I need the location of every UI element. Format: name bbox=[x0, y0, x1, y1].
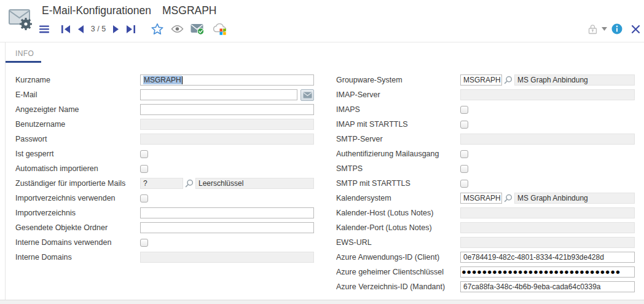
kalender-port-lotus-notes-label: Kalender-Port (Lotus Notes) bbox=[336, 223, 460, 232]
azure-anwendungs-id-client-label: Azure Anwendungs-ID (Client) bbox=[336, 253, 460, 262]
interne-domains-label: Interne Domains bbox=[15, 253, 140, 262]
kalender-host-lotus-notes-field-area bbox=[460, 207, 635, 219]
form-row-smtp-server: SMTP-Server bbox=[336, 132, 635, 146]
send-email-button[interactable] bbox=[300, 89, 314, 101]
imap-mit-starttls-label: IMAP mit STARTTLS bbox=[336, 120, 460, 129]
interne-domains-verwenden-checkbox[interactable] bbox=[140, 239, 148, 247]
smtp-server-input bbox=[460, 134, 635, 145]
smtp-mit-starttls-checkbox[interactable] bbox=[460, 180, 468, 188]
form-row-azure-verzeichnis-id-mandant: Azure Verzeichnis-ID (Mandant)67ca88fa-3… bbox=[336, 279, 635, 294]
benutzername-input bbox=[140, 119, 314, 130]
mail-check-icon[interactable] bbox=[190, 23, 205, 35]
nav-next-icon[interactable] bbox=[113, 25, 119, 33]
form-row-kalender-host-lotus-notes: Kalender-Host (Lotus Notes) bbox=[336, 206, 635, 220]
email-configuration-window: E-Mail-KonfigurationenMSGRAPH 3 / 5 bbox=[0, 0, 644, 304]
info-icon[interactable] bbox=[611, 23, 622, 34]
record-name: MSGRAPH bbox=[162, 4, 216, 17]
ist-gesperrt-checkbox[interactable] bbox=[140, 150, 148, 158]
form-row-interne-domains: Interne Domains bbox=[15, 250, 314, 265]
ews-url-field-area bbox=[460, 236, 635, 249]
kalendersystem-code-input[interactable]: MSGRAPH bbox=[460, 193, 502, 204]
tab-info[interactable]: INFO bbox=[6, 49, 41, 63]
imap-server-field-area bbox=[460, 89, 635, 101]
ist-gesperrt-field-area bbox=[140, 148, 314, 160]
smtps-checkbox[interactable] bbox=[460, 165, 468, 173]
kurzname-field-area: MSGRAPH bbox=[140, 74, 314, 86]
azure-verzeichnis-id-mandant-input[interactable]: 67ca88fa-348c-4b6b-9eba-cada64c0339a bbox=[460, 281, 635, 292]
zust-ndiger-f-r-importierte-mails-label: Zuständiger für importierte Mails bbox=[15, 179, 140, 188]
kalender-port-lotus-notes-input bbox=[460, 222, 635, 233]
form-row-azure-anwendungs-id-client: Azure Anwendungs-ID (Client)0e784419-482… bbox=[336, 250, 635, 265]
azure-verzeichnis-id-mandant-label: Azure Verzeichnis-ID (Mandant) bbox=[336, 282, 460, 291]
dropdown-caret-icon[interactable] bbox=[602, 27, 607, 31]
authentifizierung-mailausgang-checkbox[interactable] bbox=[460, 150, 468, 158]
close-icon[interactable] bbox=[631, 25, 640, 34]
importverzeichnis-field-area bbox=[140, 207, 314, 219]
form-row-importverzeichnis-verwenden: Importverzeichnis verwenden bbox=[15, 191, 314, 206]
imaps-checkbox[interactable] bbox=[460, 106, 468, 114]
ews-url-label: EWS-URL bbox=[336, 238, 460, 247]
text-cursor bbox=[182, 76, 183, 84]
form-row-angezeigter-name: Angezeigter Name bbox=[15, 102, 314, 117]
zust-ndiger-f-r-importierte-mails-display: Leerschlüssel bbox=[195, 178, 314, 189]
angezeigter-name-input[interactable] bbox=[140, 104, 314, 115]
preview-eye-icon[interactable] bbox=[171, 25, 184, 33]
kalendersystem-display: MS Graph Anbindung bbox=[514, 193, 635, 204]
toolbar-divider bbox=[0, 42, 644, 42]
groupware-system-display: MS Graph Anbindung bbox=[514, 74, 635, 86]
lookup-search-icon[interactable] bbox=[504, 194, 512, 202]
favorite-star-icon[interactable] bbox=[151, 23, 163, 35]
authentifizierung-mailausgang-label: Authentifizierung Mailausgang bbox=[336, 150, 460, 158]
panel-bottom-border bbox=[0, 300, 644, 304]
groupware-system-code-input[interactable]: MSGRAPH bbox=[460, 74, 502, 86]
page-title-text: E-Mail-Konfigurationen bbox=[42, 4, 151, 17]
groupware-system-field-area: MSGRAPHMS Graph Anbindung bbox=[460, 74, 635, 86]
imap-server-input bbox=[460, 89, 635, 100]
benutzername-field-area bbox=[140, 118, 314, 130]
kalender-port-lotus-notes-field-area bbox=[460, 222, 635, 234]
imaps-label: IMAPS bbox=[336, 105, 460, 114]
lock-icon[interactable] bbox=[587, 23, 599, 35]
imap-mit-starttls-checkbox[interactable] bbox=[460, 121, 468, 129]
automatisch-importieren-label: Automatisch importieren bbox=[15, 164, 140, 173]
azure-geheimer-clientschl-ssel-input[interactable]: ●●●●●●●●●●●●●●●●●●●●●●●●●●●●●●● bbox=[460, 266, 635, 278]
automatisch-importieren-checkbox[interactable] bbox=[140, 165, 148, 173]
importverzeichnis-input[interactable] bbox=[140, 207, 314, 218]
kurzname-input[interactable]: MSGRAPH bbox=[140, 74, 314, 86]
form-row-smtp-mit-starttls: SMTP mit STARTTLS bbox=[336, 176, 635, 191]
nav-prev-icon[interactable] bbox=[78, 25, 84, 33]
gesendete-objekte-ordner-input[interactable] bbox=[140, 222, 314, 233]
toolbar: 3 / 5 bbox=[39, 21, 227, 37]
passwort-input bbox=[140, 134, 314, 145]
panel-left-border bbox=[5, 42, 6, 300]
nav-first-icon[interactable] bbox=[61, 25, 71, 33]
ews-url-input bbox=[460, 237, 635, 248]
form-row-benutzername: Benutzername bbox=[15, 117, 314, 132]
groupware-system-label: Groupware-System bbox=[336, 76, 460, 84]
zust-ndiger-f-r-importierte-mails-field-area: ?Leerschlüssel bbox=[140, 177, 314, 190]
record-position: 3 / 5 bbox=[87, 25, 109, 33]
form-row-gesendete-objekte-ordner: Gesendete Objekte Ordner bbox=[15, 220, 314, 235]
nav-last-icon[interactable] bbox=[126, 25, 135, 33]
smtp-mit-starttls-field-area bbox=[460, 177, 635, 190]
form-row-imaps: IMAPS bbox=[336, 102, 635, 117]
azure-anwendungs-id-client-input[interactable]: 0e784419-482c-4801-8334-421b93de428d bbox=[460, 252, 635, 263]
importverzeichnis-verwenden-checkbox[interactable] bbox=[140, 194, 148, 202]
cloud-services-icon[interactable] bbox=[212, 23, 227, 35]
form-column-right: Groupware-SystemMSGRAPHMS Graph Anbindun… bbox=[336, 73, 635, 294]
e-mail-input[interactable] bbox=[140, 89, 297, 100]
azure-anwendungs-id-client-field-area: 0e784419-482c-4801-8334-421b93de428d bbox=[460, 251, 635, 263]
menu-icon[interactable] bbox=[39, 25, 49, 33]
kalendersystem-field-area: MSGRAPHMS Graph Anbindung bbox=[460, 192, 635, 204]
interne-domains-verwenden-field-area bbox=[140, 236, 314, 249]
form-column-left: KurznameMSGRAPHE-MailAngezeigter NameBen… bbox=[15, 73, 314, 265]
lookup-search-icon[interactable] bbox=[504, 76, 512, 84]
authentifizierung-mailausgang-field-area bbox=[460, 148, 635, 160]
form-row-imap-mit-starttls: IMAP mit STARTTLS bbox=[336, 117, 635, 132]
selected-text: MSGRAPH bbox=[143, 76, 182, 84]
form-row-passwort: Passwort bbox=[15, 132, 314, 146]
kalender-host-lotus-notes-input bbox=[460, 207, 635, 218]
lookup-search-icon[interactable] bbox=[185, 179, 194, 188]
benutzername-label: Benutzername bbox=[15, 120, 140, 129]
form-row-smtps: SMTPS bbox=[336, 161, 635, 176]
